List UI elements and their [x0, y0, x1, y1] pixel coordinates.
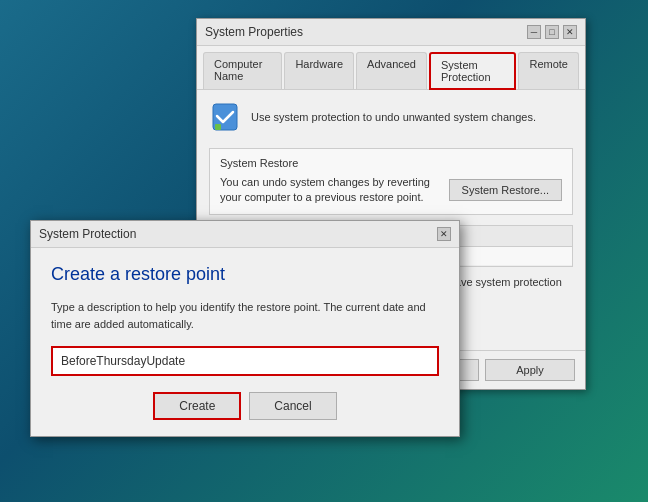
system-restore-section: System Restore You can undo system chang…	[209, 148, 573, 215]
dialog-cancel-button[interactable]: Cancel	[249, 392, 336, 420]
dialog-title: System Protection	[39, 227, 136, 241]
create-restore-button[interactable]: Create	[153, 392, 241, 420]
tabs-container: Computer Name Hardware Advanced System P…	[197, 46, 585, 90]
system-properties-titlebar: System Properties ─ □ ✕	[197, 19, 585, 46]
dialog-buttons: Create Cancel	[51, 392, 439, 420]
tab-computer-name[interactable]: Computer Name	[203, 52, 282, 89]
header-description: Use system protection to undo unwanted s…	[251, 110, 536, 125]
tab-advanced[interactable]: Advanced	[356, 52, 427, 89]
tab-system-protection[interactable]: System Protection	[429, 52, 516, 90]
system-protection-dialog: System Protection ✕ Create a restore poi…	[30, 220, 460, 437]
system-restore-body: You can undo system changes by reverting…	[220, 175, 562, 206]
system-restore-description: You can undo system changes by reverting…	[220, 175, 439, 206]
dialog-close-button[interactable]: ✕	[437, 227, 451, 241]
titlebar-controls: ─ □ ✕	[527, 25, 577, 39]
shield-icon	[209, 102, 241, 134]
dialog-description: Type a description to help you identify …	[51, 299, 439, 332]
dialog-content: Create a restore point Type a descriptio…	[31, 248, 459, 436]
minimize-button[interactable]: ─	[527, 25, 541, 39]
dialog-titlebar-controls: ✕	[437, 227, 451, 241]
tab-remote[interactable]: Remote	[518, 52, 579, 89]
header-section: Use system protection to undo unwanted s…	[209, 102, 573, 134]
apply-button[interactable]: Apply	[485, 359, 575, 381]
tab-hardware[interactable]: Hardware	[284, 52, 354, 89]
close-button[interactable]: ✕	[563, 25, 577, 39]
svg-rect-1	[215, 124, 221, 130]
system-restore-title: System Restore	[220, 157, 562, 169]
restore-point-input[interactable]	[51, 346, 439, 376]
system-properties-title: System Properties	[205, 25, 303, 39]
system-restore-button[interactable]: System Restore...	[449, 179, 562, 201]
dialog-titlebar: System Protection ✕	[31, 221, 459, 248]
maximize-button[interactable]: □	[545, 25, 559, 39]
dialog-heading: Create a restore point	[51, 264, 439, 285]
